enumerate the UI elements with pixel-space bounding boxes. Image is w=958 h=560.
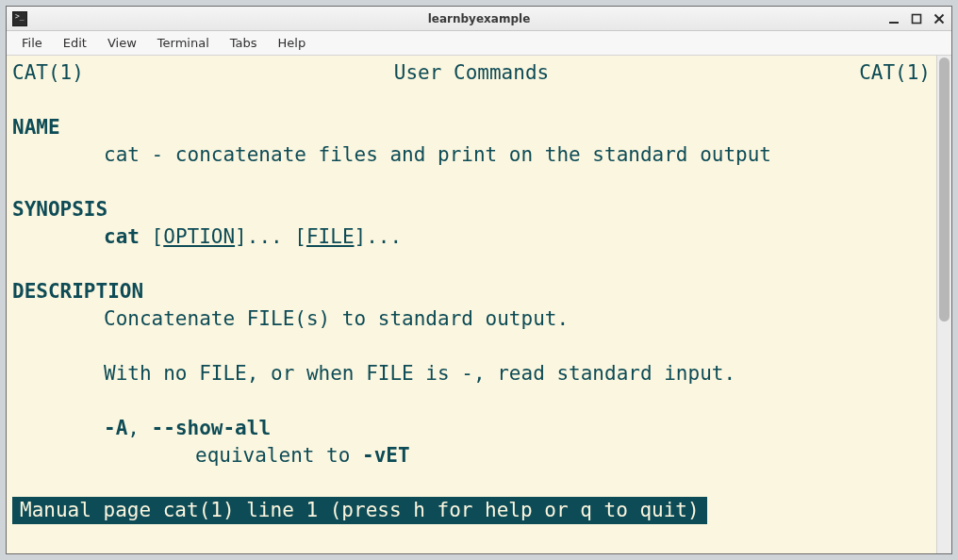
vertical-scrollbar[interactable] [936, 56, 951, 553]
terminal-icon-glyph: >_ [15, 13, 25, 21]
minimize-button[interactable] [887, 12, 900, 25]
man-desc-line2: With no FILE, or when FILE is -, read st… [12, 360, 931, 387]
terminal-area: CAT(1) User Commands CAT(1) NAME cat - c… [7, 56, 951, 553]
man-option-A: -A, --show-all [12, 415, 931, 442]
maximize-button[interactable] [910, 12, 923, 25]
window-title: learnbyexample [7, 12, 951, 25]
man-header-center: User Commands [394, 59, 549, 87]
menu-edit[interactable]: Edit [54, 33, 96, 53]
opt-A-long: --show-all [152, 417, 271, 439]
blank-line [12, 387, 931, 415]
blank-line [12, 469, 931, 497]
man-desc-line1: Concatenate FILE(s) to standard output. [12, 305, 931, 333]
maximize-icon [911, 13, 922, 25]
minimize-icon [888, 13, 900, 25]
man-header-left: CAT(1) [12, 59, 84, 87]
man-status-row: Manual page cat(1) line 1 (press h for h… [12, 497, 931, 524]
close-button[interactable] [933, 12, 946, 25]
synopsis-close1: ]... [ [235, 225, 306, 248]
synopsis-cmd: cat [104, 225, 140, 248]
man-section-synopsis: SYNOPSIS [12, 196, 931, 223]
titlebar: >_ learnbyexample [7, 7, 951, 31]
menu-help[interactable]: Help [269, 33, 316, 53]
blank-line [12, 333, 931, 360]
terminal-window: >_ learnbyexample File Edit View Termina… [6, 6, 952, 554]
svg-rect-1 [913, 14, 921, 23]
synopsis-file: FILE [306, 225, 355, 248]
menu-file[interactable]: File [12, 33, 52, 53]
man-option-A-desc: equivalent to -vET [12, 442, 931, 469]
opt-A-short: -A [104, 417, 127, 439]
man-section-description: DESCRIPTION [12, 278, 931, 305]
opt-A-desc-bold: -vET [362, 444, 410, 467]
man-synopsis-line: cat [OPTION]... [FILE]... [12, 223, 931, 251]
terminal-output[interactable]: CAT(1) User Commands CAT(1) NAME cat - c… [7, 56, 936, 553]
scrollbar-thumb[interactable] [939, 58, 950, 321]
menu-view[interactable]: View [98, 33, 146, 53]
menubar: File Edit View Terminal Tabs Help [7, 31, 951, 56]
synopsis-option: OPTION [163, 225, 235, 248]
menu-tabs[interactable]: Tabs [221, 33, 267, 53]
man-header-right: CAT(1) [859, 59, 931, 87]
synopsis-open1: [ [140, 225, 163, 248]
close-icon [933, 13, 945, 25]
menu-terminal[interactable]: Terminal [148, 33, 219, 53]
man-statusline: Manual page cat(1) line 1 (press h for h… [12, 497, 707, 524]
man-section-name: NAME [12, 114, 931, 141]
opt-A-sep: , [127, 417, 151, 439]
synopsis-close2: ]... [355, 225, 403, 248]
window-controls [887, 12, 946, 25]
man-name-line: cat - concatenate files and print on the… [12, 141, 931, 169]
opt-A-desc-pre: equivalent to [195, 444, 362, 467]
man-header: CAT(1) User Commands CAT(1) [12, 59, 931, 87]
terminal-app-icon: >_ [12, 11, 27, 26]
